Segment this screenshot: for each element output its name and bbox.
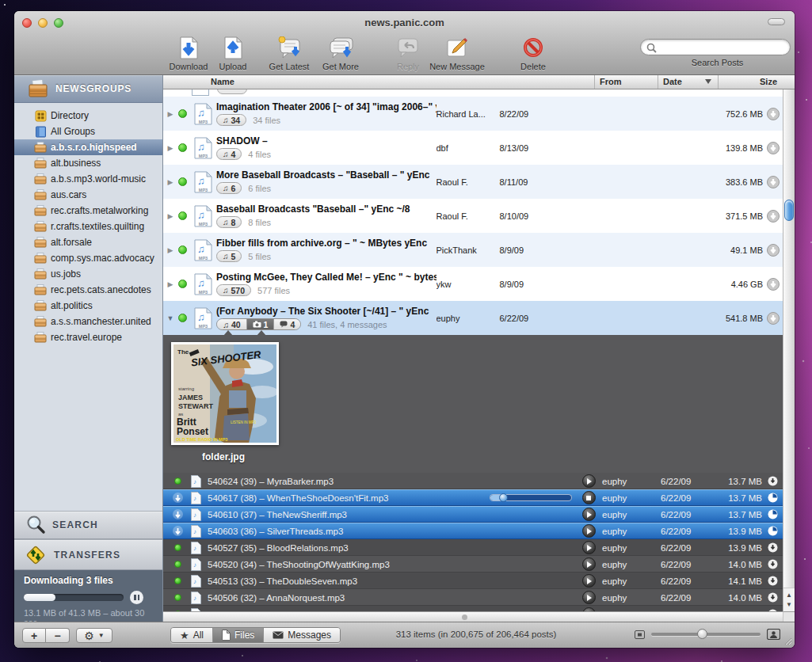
download-file-button[interactable] (762, 592, 783, 603)
sidebar-group[interactable]: rec.crafts.metalworking (14, 203, 162, 219)
download-file-button[interactable] (762, 476, 783, 486)
sidebar-group[interactable]: aus.cars (14, 187, 162, 203)
file-row-selected[interactable]: ♪ 540617 (38) – WhenTheShoeDoesn'tFit.mp… (163, 489, 783, 506)
disclosure-expanded-icon[interactable]: ▼ (166, 314, 175, 322)
upload-button[interactable]: Upload (208, 36, 258, 71)
thread-row[interactable]: ▶ ♫MP3 Imagination Theater 2006 [~ of 34… (163, 97, 783, 131)
play-button[interactable] (582, 541, 596, 554)
slider-thumb[interactable] (499, 493, 508, 502)
thread-title: Baseball Broadcasts "Baseball –" yEnc ~/… (216, 204, 436, 215)
file-row-selected[interactable]: ♪ 540603 (36) – SilverThreads.mp3 euphy … (163, 523, 783, 539)
sidebar-group[interactable]: alt.forsale (14, 234, 162, 250)
filter-files-tab[interactable]: Files (212, 628, 263, 642)
sidebar-group[interactable]: a.b.s.mp3.world-music (14, 171, 162, 187)
zoom-slider-thumb[interactable] (697, 629, 707, 639)
newsgroups-section-header[interactable]: NEWSGROUPS (14, 75, 162, 103)
column-date[interactable]: Date (658, 75, 718, 89)
sidebar-group[interactable]: us.jobs (14, 266, 162, 282)
sidebar-group-label: r.crafts.textiles.quilting (51, 221, 144, 232)
add-group-button[interactable]: + (22, 628, 46, 643)
sidebar-group[interactable]: rec.travel.europe (14, 329, 162, 345)
horizontal-scroll-thumb[interactable] (462, 614, 467, 620)
download-file-button[interactable] (762, 559, 783, 569)
file-row-selected[interactable]: ♪ 540610 (37) – TheNewSheriff.mp3 euphy … (163, 506, 783, 523)
file-row[interactable]: ♪ 540506 (32) – AnnaNorquest.mp3 euphy 6… (163, 589, 783, 606)
filter-messages-tab[interactable]: Messages (263, 628, 340, 642)
sidebar-group[interactable]: alt.business (14, 155, 162, 171)
vertical-scroll-thumb[interactable] (784, 200, 794, 221)
sidebar-group[interactable]: r.crafts.textiles.quilting (14, 219, 162, 234)
thread-row[interactable]: ▶ ♫MP3 SHADOW – ♫44 files dbf 8/13/09 13… (163, 131, 783, 165)
sidebar-group[interactable]: rec.pets.cats.anecdotes (14, 282, 162, 298)
download-button[interactable]: Download (163, 36, 214, 71)
get-latest-button[interactable]: Get Latest (261, 36, 317, 71)
disclosure-collapsed-icon[interactable]: ▶ (166, 212, 175, 220)
action-menu-button[interactable]: ⚙▼ (76, 628, 112, 643)
scroll-up-arrow-icon[interactable]: ▲ (786, 592, 792, 599)
disclosure-collapsed-icon[interactable]: ▶ (166, 178, 175, 186)
disclosure-collapsed-icon[interactable]: ▶ (166, 110, 175, 118)
download-file-button[interactable] (762, 542, 783, 553)
thread-date: 8/11/09 (500, 177, 560, 187)
disclosure-collapsed-icon[interactable]: ▶ (166, 144, 175, 152)
toolbar-toggle-button[interactable] (768, 18, 785, 25)
sidebar-group[interactable]: alt.politics (14, 298, 162, 314)
playback-progress-slider[interactable] (490, 494, 572, 501)
play-button[interactable] (582, 591, 596, 604)
thread-row[interactable]: ▶ ♫MP3 More Baseball Broadcasts – "Baseb… (163, 165, 783, 199)
filter-all-tab[interactable]: ★All (171, 628, 212, 642)
thread-row[interactable]: ▶ ♫MP3 Posting McGee, They Called Me! – … (163, 267, 783, 301)
thread-row[interactable]: ▶ ♫MP3 Baseball Broadcasts "Baseball –" … (163, 199, 783, 233)
file-row[interactable]: ♪ 540520 (34) – TheShootingOfWyattKing.m… (163, 556, 783, 573)
titlebar[interactable]: news.panic.com (14, 11, 795, 35)
resize-grip[interactable] (782, 635, 792, 645)
horizontal-scrollbar[interactable] (163, 611, 783, 622)
search-section-header[interactable]: SEARCH (14, 511, 162, 539)
file-row[interactable]: ♪ 540624 (39) – MyraBarker.mp3 euphy 6/2… (163, 473, 783, 489)
delete-button[interactable]: Delete (508, 36, 558, 71)
zoom-slider[interactable] (651, 633, 761, 636)
sidebar-item-all-groups[interactable]: All Groups (14, 124, 162, 139)
column-size[interactable]: Size (718, 75, 795, 89)
play-button[interactable] (582, 557, 596, 571)
partial-thread-row[interactable] (163, 89, 783, 97)
play-button[interactable] (582, 574, 596, 588)
get-more-button[interactable]: Get More (315, 36, 366, 71)
column-from[interactable]: From (594, 75, 658, 89)
search-input[interactable] (661, 41, 785, 52)
sidebar-group[interactable]: a.s.s.manchester.united (14, 314, 162, 329)
sidebar-group[interactable]: comp.sys.mac.advocacy (14, 250, 162, 266)
disclosure-collapsed-icon[interactable]: ▶ (166, 246, 175, 254)
download-thread-button[interactable] (767, 244, 780, 257)
download-thread-button[interactable] (767, 312, 780, 325)
sidebar-group-selected[interactable]: a.b.s.r.o.highspeed (14, 139, 162, 155)
files-count-label: 6 files (248, 184, 271, 193)
download-thread-button[interactable] (767, 142, 780, 154)
new-message-button[interactable]: New Message (417, 36, 497, 71)
file-row[interactable]: ♪ 540527 (35) – BloodRelations.mp3 euphy… (163, 539, 783, 556)
download-thread-button[interactable] (767, 176, 780, 188)
file-row[interactable]: ♪ 540429 (31) – RevengeAtHarnessCreek.mp… (163, 606, 783, 611)
search-icon (646, 43, 657, 53)
remove-group-button[interactable]: − (46, 628, 70, 643)
column-name[interactable]: Name (163, 75, 594, 89)
transfers-section-header[interactable]: TRANSFERS (14, 539, 162, 570)
play-button[interactable] (582, 508, 596, 521)
file-name: 540624 (39) – MyraBarker.mp3 (206, 477, 575, 486)
search-field[interactable] (640, 39, 791, 55)
file-row[interactable]: ♪ 540513 (33) – TheDoubleSeven.mp3 euphy… (163, 573, 783, 589)
disclosure-collapsed-icon[interactable]: ▶ (166, 280, 175, 288)
vertical-scrollbar[interactable]: ▲▼ (783, 89, 795, 611)
thread-row[interactable]: ▶ ♫MP3 Fibber fills from archive.org – "… (163, 233, 783, 267)
thumbnail-image[interactable]: The SIX SHOOTER starring JAMES STEWART a… (171, 342, 279, 445)
download-thread-button[interactable] (767, 210, 780, 223)
download-file-button[interactable] (762, 576, 783, 586)
pause-button[interactable] (130, 591, 143, 604)
play-button[interactable] (582, 474, 596, 488)
scroll-down-arrow-icon[interactable]: ▼ (786, 601, 792, 608)
play-button[interactable] (582, 524, 596, 538)
sidebar-item-directory[interactable]: Directory (14, 108, 162, 124)
stop-button[interactable] (582, 491, 596, 504)
download-thread-button[interactable] (767, 278, 780, 291)
download-thread-button[interactable] (767, 108, 780, 120)
